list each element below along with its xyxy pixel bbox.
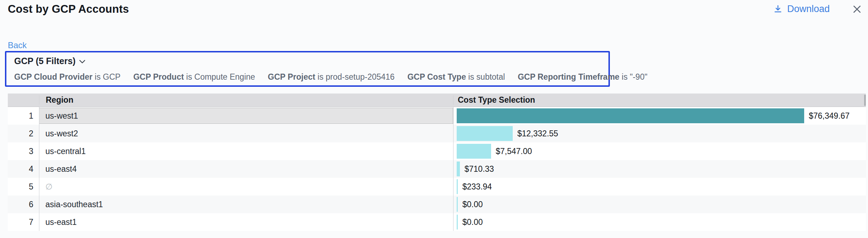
region-cell[interactable]: us-west2 <box>39 125 453 142</box>
filter-chip-name: GCP Project <box>268 72 315 81</box>
close-button[interactable] <box>852 4 862 15</box>
table-row[interactable]: 5∅$233.94 <box>8 178 866 196</box>
region-label: us-central1 <box>45 147 86 156</box>
filter-summary-label: GCP (5 Filters) <box>14 56 76 66</box>
filter-chip-name: GCP Reporting Timeframe <box>518 72 619 81</box>
table-row[interactable]: 7us-east1$0.00 <box>8 213 866 231</box>
cost-bar[interactable] <box>457 162 460 176</box>
table-row[interactable]: 6asia-southeast1$0.00 <box>8 196 866 213</box>
row-index: 5 <box>8 178 39 196</box>
filter-chip[interactable]: GCP Product is Compute Engine <box>133 72 255 82</box>
filter-chip-value: is GCP <box>93 72 121 81</box>
cost-value-label: $233.94 <box>462 182 492 192</box>
table-row[interactable]: 1us-west1$76,349.67 <box>8 107 866 125</box>
filter-summary-toggle[interactable]: GCP (5 Filters) <box>14 56 85 66</box>
back-link[interactable]: Back <box>8 40 27 50</box>
region-label: us-west2 <box>45 129 78 138</box>
filter-chip-name: GCP Cost Type <box>407 72 466 81</box>
column-divider <box>453 107 454 231</box>
filter-chip-name: GCP Cloud Provider <box>14 72 93 81</box>
filter-chip[interactable]: GCP Project is prod-setup-205416 <box>268 72 395 82</box>
cost-value-label: $710.33 <box>464 164 494 174</box>
top-actions: Download <box>773 4 862 15</box>
column-divider <box>39 107 39 231</box>
region-cell[interactable]: us-west1 <box>39 108 453 124</box>
region-label: us-west1 <box>45 111 78 121</box>
cost-value-label: $76,349.67 <box>809 111 850 121</box>
region-column-header[interactable]: Region <box>39 95 453 105</box>
region-label: asia-southeast1 <box>45 200 103 209</box>
cost-value-label: $0.00 <box>462 200 483 209</box>
cost-cell: $12,332.55 <box>453 125 866 142</box>
filter-chip-value: is "-90" <box>619 72 647 81</box>
row-index: 4 <box>8 160 39 178</box>
page-title: Cost by GCP Accounts <box>8 3 129 16</box>
filter-chip-list: GCP Cloud Provider is GCPGCP Product is … <box>14 72 608 82</box>
cost-cell: $0.00 <box>453 213 866 231</box>
filter-chip-name: GCP Product <box>133 72 184 81</box>
region-cell[interactable]: us-east4 <box>39 160 453 178</box>
table-row[interactable]: 2us-west2$12,332.55 <box>8 125 866 142</box>
region-cell[interactable]: us-east1 <box>39 213 453 231</box>
cost-cell: $7,547.00 <box>453 142 866 160</box>
row-index: 7 <box>8 213 39 231</box>
filter-chip-value: is Compute Engine <box>184 72 255 81</box>
row-index: 3 <box>8 142 39 160</box>
region-cell[interactable]: asia-southeast1 <box>39 196 453 213</box>
close-icon <box>852 4 862 15</box>
filter-chip-value: is subtotal <box>466 72 505 81</box>
cost-bar[interactable] <box>457 126 513 141</box>
cost-value-label: $7,547.00 <box>496 147 532 156</box>
null-value-glyph: ∅ <box>45 182 52 192</box>
table-header-row: Region Cost Type Selection <box>8 94 866 107</box>
vertical-scrollbar-thumb[interactable] <box>864 95 866 106</box>
filter-chip[interactable]: GCP Cost Type is subtotal <box>407 72 505 82</box>
cost-bar[interactable] <box>457 197 458 212</box>
table-body: 1us-west1$76,349.672us-west2$12,332.553u… <box>8 107 866 231</box>
table-row[interactable]: 4us-east4$710.33 <box>8 160 866 178</box>
download-label: Download <box>787 4 830 15</box>
row-index: 6 <box>8 196 39 213</box>
cost-bar[interactable] <box>457 144 491 159</box>
filter-chip-value: is prod-setup-205416 <box>315 72 395 81</box>
filter-chip[interactable]: GCP Cloud Provider is GCP <box>14 72 121 82</box>
table-row[interactable]: 3us-central1$7,547.00 <box>8 142 866 160</box>
cost-bar[interactable] <box>457 108 804 123</box>
cost-cell: $233.94 <box>453 178 866 196</box>
cost-table: Region Cost Type Selection 1us-west1$76,… <box>8 94 866 231</box>
cost-value-label: $0.00 <box>462 217 483 227</box>
region-cell[interactable]: ∅ <box>39 178 453 196</box>
cost-bar[interactable] <box>457 179 458 194</box>
filter-chip[interactable]: GCP Reporting Timeframe is "-90" <box>518 72 647 82</box>
cost-value-label: $12,332.55 <box>517 129 558 138</box>
download-icon <box>773 4 783 14</box>
cost-cell: $710.33 <box>453 160 866 178</box>
cost-cell: $76,349.67 <box>453 107 866 125</box>
cost-cell: $0.00 <box>453 196 866 213</box>
cost-bar[interactable] <box>457 215 458 230</box>
filter-panel: GCP (5 Filters) GCP Cloud Provider is GC… <box>5 51 610 87</box>
cost-type-selection-column-header[interactable]: Cost Type Selection <box>453 95 866 105</box>
region-label: us-east4 <box>45 164 77 174</box>
row-index: 2 <box>8 125 39 142</box>
region-cell[interactable]: us-central1 <box>39 142 453 160</box>
region-label: us-east1 <box>45 217 77 227</box>
download-button[interactable]: Download <box>773 4 830 15</box>
row-index: 1 <box>8 107 39 125</box>
chevron-down-icon <box>79 60 85 64</box>
